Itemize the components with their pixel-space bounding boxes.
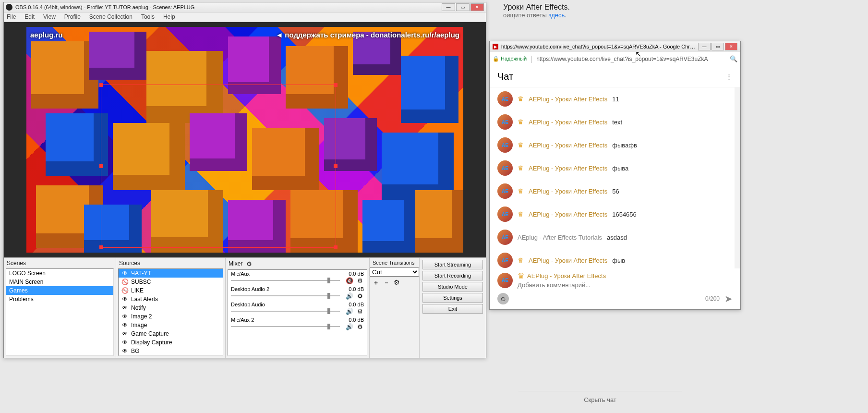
speaker-icon[interactable]: 🔇 [346,277,353,284]
source-item[interactable]: 👁Last Alerts [119,295,223,304]
chat-text: фыв [612,257,625,264]
avatar: AE [497,137,513,153]
track-db: 0.0 dB [349,302,364,307]
chat-author[interactable]: AEplug - After Effects Tutorials [518,234,602,241]
chrome-maximize-button[interactable]: ▭ [711,43,724,50]
visibility-icon[interactable]: 👁 [121,339,128,346]
visibility-icon[interactable]: 👁 [121,313,128,320]
menu-profile[interactable]: Profile [64,13,81,20]
speaker-icon[interactable]: 🔊 [346,307,353,315]
chat-author[interactable]: AEPlug - Уроки After Effects [529,142,607,149]
minimize-button[interactable]: — [442,3,455,11]
sources-panel: Sources 👁ЧАТ-YT🚫SUBSC🚫LIKE👁Last Alerts👁N… [116,258,226,358]
gear-icon[interactable]: ⚙ [356,307,364,315]
chat-author[interactable]: AEPlug - Уроки After Effects [529,188,607,195]
gear-icon[interactable]: ⚙ [356,277,364,284]
chat-author[interactable]: AEPlug - Уроки After Effects [529,119,607,126]
scene-item[interactable]: MAIN Screen [6,278,113,286]
speaker-icon[interactable]: 🔊 [346,323,353,330]
bg-link[interactable]: здесь [548,12,565,19]
source-item[interactable]: 🚫LIKE [119,286,223,295]
remove-transition-button[interactable]: － [383,279,390,287]
avatar: AE [497,160,513,176]
preview-canvas[interactable]: aeplug.ru ◄поддержать стримера - donatio… [26,27,463,253]
chat-text: фывафв [612,142,637,149]
speaker-icon[interactable]: 🔊 [346,292,353,300]
start-recording-button[interactable]: Start Recording [422,271,483,280]
avatar: AE [497,253,513,268]
transition-select[interactable]: Cut [370,267,419,277]
volume-slider[interactable] [231,311,340,312]
url-input[interactable] [536,56,726,62]
gear-icon[interactable]: ⚙ [245,260,253,267]
chat-author[interactable]: AEPlug - Уроки After Effects [529,165,607,172]
char-counter: 0/200 [705,295,720,302]
chat-author[interactable]: AEPlug - Уроки After Effects [529,96,607,103]
menu-file[interactable]: File [7,13,16,20]
crown-icon: ♛ [518,256,524,264]
source-item[interactable]: 👁BG [119,347,223,355]
menu-help[interactable]: Help [163,13,175,20]
maximize-button[interactable]: ▭ [456,3,470,11]
chrome-titlebar[interactable]: ▶ https://www.youtube.com/live_chat?is_p… [490,41,740,52]
source-item[interactable]: 👁Image [119,321,223,329]
obs-icon [6,4,12,11]
gear-icon[interactable]: ⚙ [356,323,364,330]
sources-list[interactable]: 👁ЧАТ-YT🚫SUBSC🚫LIKE👁Last Alerts👁Notify👁Im… [118,268,223,356]
volume-slider[interactable] [231,326,340,327]
transition-settings-button[interactable]: ⚙ [394,279,400,287]
menu-scene-collection[interactable]: Scene Collection [89,13,133,20]
hide-chat-link[interactable]: Скрыть чат [518,391,682,403]
exit-button[interactable]: Exit [422,304,483,314]
scenes-list[interactable]: LOGO Screen MAIN Screen Games Problems [6,268,114,356]
source-item[interactable]: 👁Game Capture [119,329,223,338]
volume-slider[interactable] [231,280,340,281]
search-icon[interactable]: 🔍 [730,55,737,63]
studio-mode-button[interactable]: Studio Mode [422,282,483,292]
source-item[interactable]: 👁Notify [119,304,223,312]
chat-text: text [612,119,622,126]
scrollbar[interactable] [735,87,740,268]
preview-area[interactable]: aeplug.ru ◄поддержать стримера - donatio… [4,22,486,257]
visibility-icon[interactable]: 👁 [121,322,128,328]
settings-button[interactable]: Settings [422,293,483,303]
visibility-icon[interactable]: 👁 [121,330,128,337]
source-item[interactable]: 👁Image 2 [119,312,223,321]
obs-titlebar[interactable]: OBS 0.16.4 (64bit, windows) - Profile: Y… [4,2,486,12]
source-item[interactable]: 🚫SUBSC [119,278,223,286]
emoji-button[interactable]: ☺ [497,293,509,304]
gear-icon[interactable]: ⚙ [356,292,364,300]
chat-author[interactable]: AEPlug - Уроки After Effects [529,257,607,264]
chat-text: asdasd [607,234,627,241]
add-transition-button[interactable]: ＋ [373,279,379,287]
visibility-icon[interactable]: 🚫 [121,279,128,285]
track-db: 0.0 dB [349,317,364,323]
chat-list[interactable]: AE ♛ AEPlug - Уроки After Effects 11AE ♛… [490,87,735,268]
send-button[interactable]: ➤ [724,293,733,304]
menu-tools[interactable]: Tools [141,13,155,20]
scene-item[interactable]: Problems [6,295,113,304]
avatar: AE [497,114,513,130]
source-item[interactable]: 👁ЧАТ-YT [119,269,223,278]
scene-item[interactable]: Games [6,286,113,295]
visibility-icon[interactable]: 👁 [121,296,128,303]
menu-view[interactable]: View [43,13,56,20]
chat-author[interactable]: AEPlug - Уроки After Effects [529,211,607,218]
source-item[interactable]: 👁Display Capture [119,338,223,347]
scene-item[interactable]: LOGO Screen [6,269,113,278]
comment-input[interactable] [518,281,598,289]
source-label: Image 2 [131,313,152,320]
more-icon[interactable]: ⋮ [725,73,733,81]
visibility-icon[interactable]: 👁 [121,304,128,311]
volume-slider[interactable] [231,295,340,296]
visibility-icon[interactable]: 🚫 [121,287,128,294]
chrome-close-button[interactable]: ✕ [725,43,737,50]
close-button[interactable]: ✕ [470,3,484,11]
chrome-minimize-button[interactable]: — [698,43,711,50]
avatar: AE [497,206,513,222]
selection-rect[interactable] [101,85,336,248]
visibility-icon[interactable]: 👁 [121,348,128,354]
menu-edit[interactable]: Edit [24,13,35,20]
start-streaming-button[interactable]: Start Streaming [422,260,483,269]
visibility-icon[interactable]: 👁 [121,270,128,277]
